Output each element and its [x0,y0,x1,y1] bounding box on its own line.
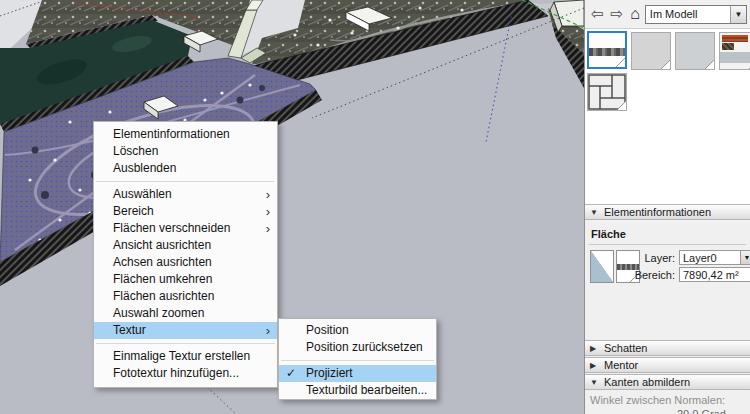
section-schatten[interactable]: ▶ Schatten [585,340,750,356]
menu-separator [96,343,275,344]
forward-arrow-icon[interactable]: ⇨ [611,4,624,24]
submenu-arrow-icon: › [266,203,270,220]
material-thumb-roof-tiles[interactable] [719,32,750,70]
material-thumb-tile-layout[interactable] [587,73,627,111]
menu-item-label: Ausblenden [113,161,176,175]
menu-item-flaechen-umkehren[interactable]: Flächen umkehren [94,271,277,288]
expand-arrow-icon: ▶ [590,361,598,370]
menu-item-label: Auswählen [113,187,172,201]
submenu-arrow-icon: › [266,220,270,237]
menu-item-label: Ansicht ausrichten [113,238,211,252]
menu-item-ansicht-ausrichten[interactable]: Ansicht ausrichten [94,237,277,254]
material-thumb-blue-gray[interactable] [675,32,715,70]
dropdown-arrow-icon[interactable]: ▼ [730,6,746,23]
menu-item-label: Flächen verschneiden [113,221,230,235]
menu-item-label: Einmalige Textur erstellen [113,349,250,363]
entity-info-body: Fläche Layer: Layer0 ▼ Bereich: 7890,42 … [585,221,750,339]
menu-item-label: Position zurücksetzen [306,340,423,354]
sketchup-window: { "context_menu": { "items": [ {"name":"… [0,0,750,414]
texture-submenu: PositionPosition zurücksetzenProjiziert✓… [278,318,437,400]
menu-item-label: Auswahl zoomen [113,306,204,320]
home-icon[interactable]: ⌂ [630,4,640,24]
section-kanten-abmildern[interactable]: ▼ Kanten abmildern [585,374,750,390]
expand-arrow-icon: ▶ [590,344,598,353]
material-thumbnail-grid [585,28,750,204]
material-collection-value: Im Modell [646,6,730,23]
menu-item-label: Texturbild bearbeiten... [306,383,427,397]
menu-item-loeschen[interactable]: Löschen [94,143,277,160]
menu-item-label: Bereich [113,204,154,218]
section-mentor[interactable]: ▶ Mentor [585,357,750,373]
check-icon: ✓ [286,365,296,382]
menu-item-achsen-ausrichten[interactable]: Achsen ausrichten [94,254,277,271]
front-face-color-swatch[interactable] [590,250,614,283]
material-thumb-pavement[interactable] [587,31,627,69]
submenu-item-texturbild-bearbeiten[interactable]: Texturbild bearbeiten... [279,382,436,399]
collapse-arrow-icon: ▼ [590,208,598,217]
menu-item-flaechen-verschneiden[interactable]: Flächen verschneiden› [94,220,277,237]
menu-item-einmalige-textur[interactable]: Einmalige Textur erstellen [94,348,277,365]
normals-angle-label: Winkel zwischen Normalen: [590,394,725,406]
entity-type-label: Fläche [591,228,626,240]
menu-item-label: Fototextur hinzufügen... [113,366,239,380]
submenu-arrow-icon: › [266,322,270,339]
right-panel: ⇦ ⇨ ⌂ Im Modell ▼ ▼ Elementinformationen [584,0,750,414]
submenu-item-projiziert[interactable]: Projiziert✓ [279,365,436,382]
layer-label: Layer: [633,252,675,264]
menu-item-label: Position [306,323,349,337]
submenu-arrow-icon: › [266,186,270,203]
menu-item-label: Achsen ausrichten [113,255,212,269]
menu-item-elementinformationen[interactable]: Elementinformationen [94,126,277,143]
menu-item-label: Flächen ausrichten [113,289,214,303]
menu-item-label: Projiziert [306,366,353,380]
kanten-title: Kanten abmildern [604,376,690,388]
entity-info-header[interactable]: ▼ Elementinformationen [585,204,750,220]
context-menu: ElementinformationenLöschenAusblendenAus… [93,121,278,388]
menu-item-ausblenden[interactable]: Ausblenden [94,160,277,177]
submenu-item-position[interactable]: Position [279,322,436,339]
menu-item-auswahl-zoomen[interactable]: Auswahl zoomen [94,305,277,322]
submenu-item-position-zuruecksetzen[interactable]: Position zurücksetzen [279,339,436,356]
menu-item-label: Löschen [113,144,158,158]
back-arrow-icon[interactable]: ⇦ [591,4,604,24]
menu-item-textur[interactable]: Textur› [94,322,277,339]
menu-item-flaechen-ausrichten[interactable]: Flächen ausrichten [94,288,277,305]
menu-item-fototextur[interactable]: Fototextur hinzufügen... [94,365,277,382]
menu-separator [281,360,434,361]
layer-dropdown[interactable]: Layer0 ▼ [679,250,750,265]
material-thumb-light-gray[interactable] [631,32,671,70]
collapse-arrow-icon: ▼ [590,378,598,387]
normals-angle-value: 20,0 Grad [677,408,726,414]
area-label: Bereich: [633,269,675,281]
mentor-title: Mentor [604,359,638,371]
layer-value: Layer0 [683,252,717,264]
area-value: 7890,42 m² [683,269,739,281]
menu-item-label: Elementinformationen [113,127,230,141]
material-collection-dropdown[interactable]: Im Modell ▼ [645,5,747,24]
menu-item-bereich[interactable]: Bereich› [94,203,277,220]
menu-separator [96,181,275,182]
entity-info-title: Elementinformationen [604,206,711,218]
schatten-title: Schatten [604,342,647,354]
materials-toolbar: ⇦ ⇨ ⌂ Im Modell ▼ [585,0,750,28]
menu-item-label: Textur [113,323,146,337]
menu-item-label: Flächen umkehren [113,272,212,286]
layer-dropdown-arrow-icon[interactable]: ▼ [740,251,750,264]
menu-item-auswaehlen[interactable]: Auswählen› [94,186,277,203]
area-field[interactable]: 7890,42 m² [679,267,750,282]
